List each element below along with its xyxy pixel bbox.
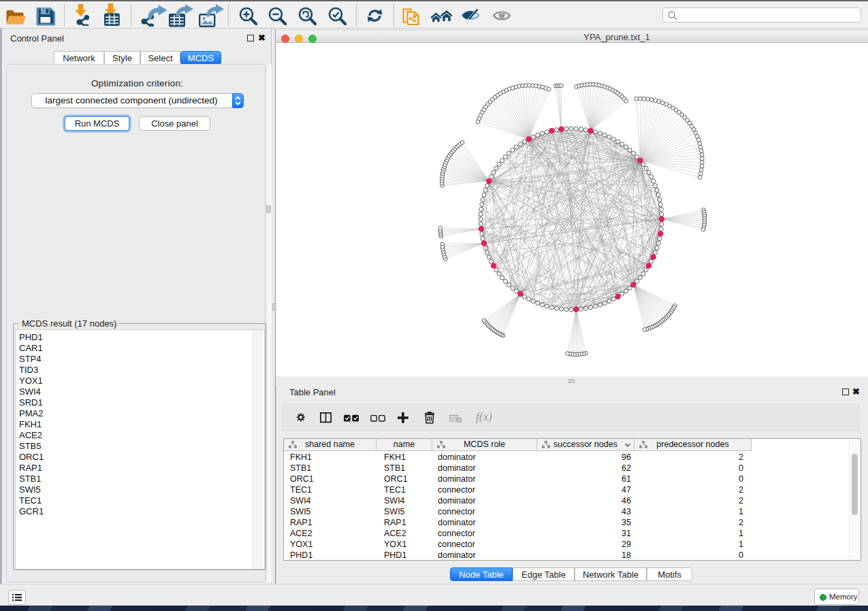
svg-text:f(x): f(x) (476, 410, 492, 423)
